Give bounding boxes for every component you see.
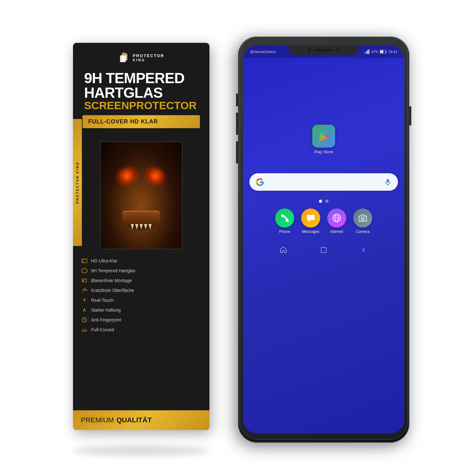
- brand-logo: PROTECTOR KING: [118, 52, 164, 64]
- notch-speaker: [314, 49, 333, 51]
- phone-home-area: Play Store: [243, 58, 404, 434]
- svg-rect-16: [380, 50, 383, 53]
- notch-front-camera: [308, 49, 311, 52]
- feature-text-1: HD Ultra-Klar: [91, 258, 117, 263]
- headline-9h: 9H TEMPERED: [84, 71, 198, 85]
- phone-screen: @VenyaGeskin1 47%: [243, 45, 404, 434]
- brand-text: PROTECTOR KING: [133, 54, 164, 62]
- headline-hartglas: HARTGLAS: [84, 85, 198, 100]
- brand-sub: KING: [133, 58, 164, 62]
- dock-app-messages[interactable]: Messages: [301, 208, 320, 234]
- messages-app-label: Messages: [302, 229, 320, 234]
- box-shadow: [73, 446, 209, 455]
- feature-icon-touch: [81, 297, 88, 304]
- feature-item: Kratzfeste Oberfläche: [81, 287, 202, 294]
- feature-icon-fingerprint: [81, 316, 88, 323]
- feature-item: Anti Fingerprint: [81, 316, 202, 323]
- google-g-logo: [256, 178, 264, 186]
- status-right: 47% 16:41: [365, 50, 397, 54]
- phone-notch: [289, 45, 359, 55]
- feature-item: 9H Tempered Hartglas: [81, 267, 202, 274]
- feature-text-2: 9H Tempered Hartglas: [91, 268, 136, 273]
- feature-item: Starke Haftung: [81, 307, 202, 314]
- phone-app-icon: [275, 208, 294, 228]
- premium-label-bold: QUALITÄT: [116, 416, 152, 424]
- battery-icon: [380, 50, 387, 54]
- feature-text-5: Real-Touch: [91, 298, 114, 303]
- brand-name: PROTECTOR: [133, 54, 164, 58]
- feature-text-7: Anti Fingerprint: [91, 317, 121, 322]
- play-triangle-icon: [317, 129, 331, 143]
- feature-icon-bubble: [81, 277, 88, 284]
- status-time: 16:41: [388, 50, 397, 54]
- svg-rect-11: [365, 52, 366, 54]
- nav-recents-button[interactable]: [358, 244, 370, 256]
- phone-nav-bar: [249, 239, 398, 260]
- home-screen-dots: [319, 200, 328, 203]
- nav-home-button[interactable]: [317, 244, 330, 256]
- microphone-svg: [384, 179, 391, 186]
- svg-rect-13: [367, 50, 368, 54]
- play-store-app[interactable]: Play Store: [312, 125, 335, 154]
- phone-wrapper: @VenyaGeskin1 47%: [238, 36, 409, 443]
- camera-app-label: Camera: [356, 229, 370, 234]
- back-nav-icon: [360, 246, 368, 254]
- box-vertical-text: PROTECTOR KING: [76, 162, 79, 203]
- feature-icon-curved: [81, 326, 88, 333]
- nav-back-button[interactable]: [277, 244, 290, 256]
- signal-icon: [365, 50, 370, 54]
- feature-icon-scratch: [81, 287, 88, 294]
- box-vertical-label: PROTECTOR KING: [73, 119, 82, 246]
- product-box: PROTECTOR KING 9H TEMPERED HARTGLAS SCRE…: [73, 43, 209, 430]
- svg-rect-18: [387, 179, 389, 183]
- feature-item: Real-Touch: [81, 297, 202, 304]
- dock-app-phone[interactable]: Phone: [275, 208, 294, 234]
- svg-point-7: [83, 280, 84, 281]
- tooth: [140, 224, 143, 230]
- phone-handset-icon: [280, 213, 290, 223]
- dock-app-internet[interactable]: Internet: [327, 208, 346, 234]
- messages-bubble-icon: [306, 213, 316, 223]
- premium-label-normal: PREMIUM: [81, 416, 114, 424]
- premium-footer: PREMIUM QUALITÄT: [73, 410, 209, 430]
- play-store-icon: [312, 125, 335, 148]
- phone-body: @VenyaGeskin1 47%: [238, 36, 409, 443]
- internet-app-label: Internet: [330, 229, 343, 234]
- google-search-bar[interactable]: [249, 173, 398, 191]
- tooth: [149, 224, 152, 230]
- status-username: @VenyaGeskin1: [250, 50, 276, 54]
- home-nav-icon: [280, 246, 287, 254]
- svg-rect-28: [321, 248, 326, 253]
- feature-item: Blasenfreie Montage: [81, 277, 202, 284]
- recents-nav-icon: [320, 246, 327, 254]
- feature-icon-adhesion: [81, 307, 88, 314]
- messages-app-icon: [301, 208, 320, 228]
- dock-app-camera[interactable]: Camera: [353, 208, 372, 234]
- camera-lens-icon: [358, 213, 368, 223]
- camera-app-icon: [353, 208, 372, 228]
- box-headline: 9H TEMPERED HARTGLAS SCREENPROTECTOR: [83, 71, 200, 111]
- play-store-label: Play Store: [314, 149, 333, 154]
- product-scene: PROTECTOR KING 9H TEMPERED HARTGLAS SCRE…: [63, 24, 413, 452]
- feature-icon-tempered: [81, 267, 88, 274]
- insect-teeth: [131, 224, 152, 230]
- crown-icon: [118, 52, 130, 64]
- dot-2: [325, 200, 328, 203]
- feature-icon-hd: [81, 257, 88, 264]
- feature-text-6: Starke Haftung: [91, 307, 121, 313]
- svg-point-27: [362, 218, 363, 219]
- svg-rect-2: [122, 55, 126, 56]
- svg-marker-5: [82, 268, 87, 273]
- gold-banner: FULL-COVER HD KLAR: [83, 115, 200, 128]
- svg-rect-12: [366, 51, 367, 54]
- feature-text-3: Blasenfreie Montage: [91, 278, 132, 283]
- svg-rect-17: [386, 51, 387, 52]
- box-phone-image: [100, 142, 182, 249]
- feature-item: HD Ultra-Klar: [81, 257, 202, 264]
- phone-app-label: Phone: [279, 229, 290, 234]
- svg-rect-3: [82, 259, 87, 263]
- feature-text-8: Full-Curved: [91, 327, 114, 332]
- notch-sensor: [336, 49, 340, 52]
- mic-icon[interactable]: [383, 178, 392, 187]
- internet-app-icon: [327, 208, 346, 228]
